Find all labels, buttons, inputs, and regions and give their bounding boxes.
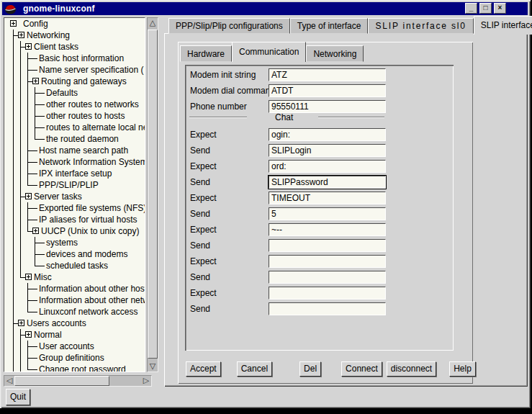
tree-item-exported-file-systems-nfs[interactable]: Exported file systems (NFS) bbox=[4, 202, 145, 214]
field-expect[interactable] bbox=[269, 287, 386, 300]
help-button[interactable]: Help bbox=[449, 361, 476, 377]
tree-item-systems[interactable]: systems bbox=[4, 237, 145, 248]
tree-line bbox=[35, 127, 45, 128]
field-phone-number[interactable] bbox=[269, 100, 386, 113]
tree-vertical-scrollbar[interactable]: △ ▽ bbox=[147, 17, 158, 372]
tree-item-networking[interactable]: Networking bbox=[4, 30, 145, 41]
tree-item-name-server-specification[interactable]: Name server specification ( bbox=[4, 64, 145, 76]
field-send[interactable] bbox=[269, 302, 386, 315]
field-send[interactable] bbox=[269, 271, 386, 284]
tree-line bbox=[13, 225, 14, 237]
field-expect[interactable] bbox=[269, 223, 386, 236]
tree-line bbox=[20, 53, 21, 64]
del-button[interactable]: Del bbox=[299, 361, 321, 377]
tree-item-ppp-slip-plip[interactable]: PPP/SLIP/PLIP bbox=[4, 179, 145, 191]
tree-line bbox=[35, 133, 35, 139]
minimize-button[interactable]: _ bbox=[465, 3, 477, 14]
scroll-left-icon[interactable]: ◁ bbox=[4, 376, 14, 386]
form-row: Send bbox=[185, 176, 454, 189]
field-expect[interactable] bbox=[269, 128, 386, 141]
tree-item-misc[interactable]: Misc bbox=[4, 271, 145, 283]
close-button[interactable]: × bbox=[494, 3, 506, 14]
tree-line bbox=[13, 237, 14, 248]
field-send[interactable] bbox=[269, 239, 386, 252]
horizontal-scroll-thumb[interactable] bbox=[14, 376, 109, 386]
tree-item-routes-to-alternate-local-ne[interactable]: routes to alternate local ne bbox=[4, 122, 145, 133]
field-label: Send bbox=[190, 272, 210, 282]
expand-plus-icon[interactable] bbox=[10, 20, 17, 27]
tree-item-config[interactable]: Config bbox=[4, 18, 145, 30]
tree-item-scheduled-tasks[interactable]: scheduled tasks bbox=[4, 260, 145, 271]
tree-item-group-definitions[interactable]: Group definitions bbox=[4, 352, 145, 364]
tree-line bbox=[20, 47, 25, 48]
expand-plus-icon[interactable] bbox=[25, 274, 32, 280]
tab-networking[interactable]: Networking bbox=[306, 45, 364, 62]
tree-item-client-tasks[interactable]: Client tasks bbox=[4, 41, 145, 53]
tree-item-defaults[interactable]: Defaults bbox=[4, 87, 145, 99]
field-modem-init-string[interactable] bbox=[269, 68, 386, 81]
quit-button[interactable]: Quit bbox=[6, 389, 30, 405]
tree-item-label: the routed daemon bbox=[46, 134, 119, 144]
connect-button[interactable]: Connect bbox=[341, 361, 382, 377]
tab-hardware[interactable]: Hardware bbox=[180, 45, 232, 62]
tab-slip-interface-sl0[interactable]: SLIP interface sl0 bbox=[474, 16, 532, 35]
expand-plus-icon[interactable] bbox=[32, 228, 39, 234]
expand-plus-icon[interactable] bbox=[25, 193, 32, 199]
tree-item-server-tasks[interactable]: Server tasks bbox=[4, 191, 145, 202]
tree-line bbox=[27, 208, 37, 209]
tree-horizontal-scrollbar[interactable]: ◁ ▷ bbox=[4, 375, 152, 387]
tree-line bbox=[20, 335, 25, 336]
tree-item-other-routes-to-networks[interactable]: other routes to networks bbox=[4, 99, 145, 110]
scroll-down-icon[interactable]: ▽ bbox=[148, 361, 158, 372]
accept-button[interactable]: Accept bbox=[186, 361, 221, 377]
expand-plus-icon[interactable] bbox=[25, 43, 32, 50]
tree-item-host-name-search-path[interactable]: Host name search path bbox=[4, 145, 145, 156]
tree-item-other-routes-to-hosts[interactable]: other routes to hosts bbox=[4, 110, 145, 122]
expand-plus-icon[interactable] bbox=[32, 78, 39, 84]
scroll-up-icon[interactable]: △ bbox=[148, 18, 158, 28]
field-send[interactable] bbox=[269, 176, 386, 189]
expand-plus-icon[interactable] bbox=[25, 331, 32, 338]
config-tree[interactable]: ConfigNetworkingClient tasksBasic host i… bbox=[4, 17, 145, 372]
tab-type-of-interface[interactable]: Type of interface bbox=[290, 18, 369, 34]
field-expect[interactable] bbox=[269, 192, 386, 204]
disconnect-button[interactable]: disconnect bbox=[387, 361, 436, 377]
tree-line bbox=[13, 323, 18, 324]
titlebar[interactable]: gnome-linuxconf _ □ × bbox=[2, 2, 528, 15]
field-modem-dial-command[interactable] bbox=[269, 84, 386, 97]
tree-item-change-root-password[interactable]: Change root password bbox=[4, 364, 145, 372]
maximize-button[interactable]: □ bbox=[479, 3, 492, 14]
tree-item-basic-host-information[interactable]: Basic host information bbox=[4, 53, 145, 64]
tree-item-the-routed-daemon[interactable]: the routed daemon bbox=[4, 133, 145, 145]
tree-item-information-about-other-host[interactable]: Information about other host bbox=[4, 283, 145, 294]
field-expect[interactable] bbox=[269, 255, 386, 268]
vertical-scroll-thumb[interactable] bbox=[148, 30, 158, 359]
tree-line bbox=[27, 300, 37, 301]
tree-item-users-accounts[interactable]: Users accounts bbox=[4, 318, 145, 329]
tree-item-normal[interactable]: Normal bbox=[4, 329, 145, 341]
expand-plus-icon[interactable] bbox=[18, 320, 24, 326]
tree-item-devices-and-modems[interactable]: devices and modems bbox=[4, 248, 145, 260]
tree-item-linuxconf-network-access[interactable]: Linuxconf network access bbox=[4, 306, 145, 318]
tree-item-uucp-unix-to-unix-copy[interactable]: UUCP (Unix to unix copy) bbox=[4, 225, 145, 237]
tree-item-information-about-other-netw[interactable]: Information about other netw bbox=[4, 294, 145, 306]
tab-ppp-slip-plip-configurations[interactable]: PPP/Slip/Plip configurations bbox=[168, 18, 290, 34]
tab-slip-interface-sl0[interactable]: SLIP interface sl0 bbox=[368, 18, 473, 34]
tree-item-label: Host name search path bbox=[39, 145, 128, 156]
tree-line bbox=[20, 248, 21, 260]
tab-communication[interactable]: Communication bbox=[232, 42, 306, 62]
expand-plus-icon[interactable] bbox=[18, 32, 24, 38]
tree-item-user-accounts[interactable]: User accounts bbox=[4, 341, 145, 352]
tree-item-label: Client tasks bbox=[34, 42, 78, 52]
tree-item-routing-and-gateways[interactable]: Routing and gateways bbox=[4, 76, 145, 87]
field-expect[interactable] bbox=[269, 160, 386, 173]
tree-line bbox=[35, 116, 45, 117]
field-send[interactable] bbox=[269, 144, 386, 157]
tree-item-ip-aliases-for-virtual-hosts[interactable]: IP aliases for virtual hosts bbox=[4, 214, 145, 225]
tree-item-label: scheduled tasks bbox=[46, 261, 108, 271]
field-send[interactable] bbox=[269, 207, 386, 220]
scroll-right-icon[interactable]: ▷ bbox=[141, 376, 151, 386]
cancel-button[interactable]: Cancel bbox=[237, 361, 272, 377]
tree-item-network-information-system[interactable]: Network Information System bbox=[4, 156, 145, 168]
tree-item-ipx-interface-setup[interactable]: IPX interface setup bbox=[4, 168, 145, 179]
